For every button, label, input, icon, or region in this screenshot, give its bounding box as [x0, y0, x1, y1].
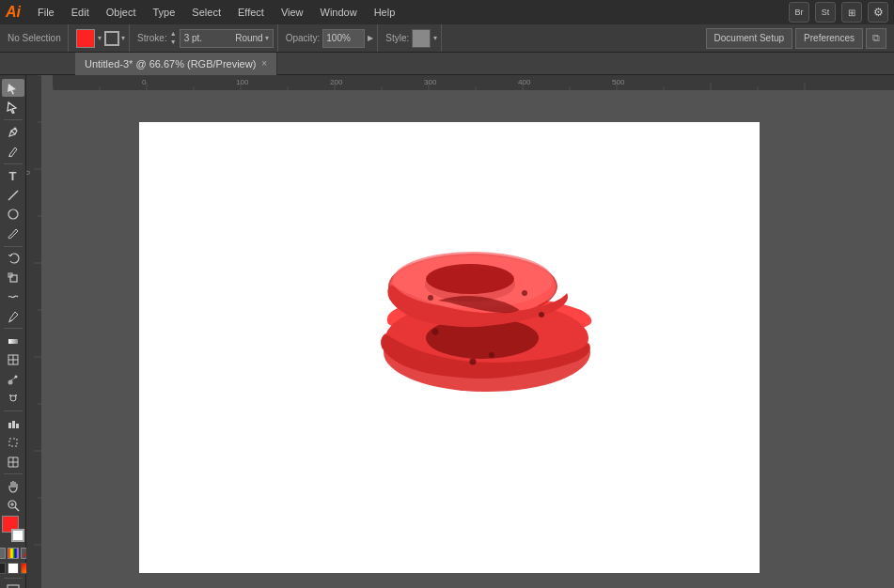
stock-icon[interactable]: St	[815, 2, 836, 23]
tool-divider-5	[4, 410, 23, 411]
style-preview[interactable]	[412, 29, 431, 48]
eyedropper-tool[interactable]	[2, 307, 24, 325]
tool-divider-3	[4, 246, 23, 247]
pencil-tool[interactable]	[2, 142, 24, 160]
menu-help[interactable]: Help	[367, 5, 403, 20]
pen-tool[interactable]	[2, 123, 24, 141]
canvas-area[interactable]: 0 100 200 300 400 500 0 100	[26, 75, 894, 588]
menu-edit[interactable]: Edit	[64, 5, 97, 20]
gradient-tool[interactable]	[2, 332, 24, 349]
stroke-width-dropdown[interactable]: 3 pt. Round ▾	[180, 29, 274, 48]
zoom-tool[interactable]	[2, 497, 24, 515]
svg-point-0	[13, 127, 16, 130]
warp-tool[interactable]	[2, 287, 24, 305]
change-screen-mode-button[interactable]	[5, 582, 22, 588]
svg-text:0: 0	[142, 78, 147, 86]
menu-view[interactable]: View	[274, 5, 311, 20]
selection-label: No Selection	[8, 33, 64, 43]
options-toolbar: No Selection ▾ ▾ Stroke: ▲ ▼ 3 pt. Round…	[0, 24, 894, 53]
svg-point-10	[8, 379, 12, 384]
fill-chevron[interactable]: ▾	[98, 34, 102, 42]
svg-point-78	[428, 295, 433, 301]
selection-section: No Selection	[4, 24, 69, 52]
stroke-color-area: ▾	[104, 31, 125, 46]
black-swatch[interactable]	[0, 563, 6, 574]
left-toolbar: T	[0, 75, 26, 588]
opacity-chevron[interactable]: ▶	[368, 34, 373, 42]
svg-line-1	[8, 191, 18, 200]
style-section: Style: ▾	[382, 24, 442, 52]
ellipse-tool[interactable]	[2, 206, 24, 224]
stroke-chevron[interactable]: ▾	[121, 34, 125, 42]
fill-color-swatch[interactable]	[76, 29, 95, 48]
line-tool[interactable]	[2, 186, 24, 204]
mesh-tool[interactable]	[2, 351, 24, 369]
blend-tool[interactable]	[2, 370, 24, 388]
svg-point-14	[9, 395, 11, 396]
stroke-label-section: Stroke: ▲ ▼ 3 pt. Round ▾	[133, 24, 278, 52]
svg-point-15	[15, 395, 17, 396]
workspace-icon[interactable]: ⊞	[841, 2, 862, 23]
svg-point-2	[8, 209, 18, 219]
search-icon[interactable]: ⚙	[868, 2, 888, 23]
svg-point-73	[432, 329, 439, 335]
menu-effect[interactable]: Effect	[230, 5, 272, 20]
none-color-button[interactable]	[0, 548, 6, 559]
stroke-color-swatch[interactable]	[104, 31, 119, 46]
tool-divider-6	[4, 473, 23, 474]
stroke-arrows[interactable]: ▲ ▼	[170, 30, 177, 46]
fill-stroke-stack	[0, 516, 26, 542]
artboard-tool[interactable]	[2, 433, 24, 451]
doc-setup-section: Document Setup Preferences ⧉	[702, 24, 890, 52]
tool-divider-2	[4, 163, 23, 164]
app-logo: Ai	[6, 4, 21, 21]
tab-close-button[interactable]: ×	[261, 58, 267, 69]
scale-tool[interactable]	[2, 269, 24, 286]
menu-type[interactable]: Type	[146, 5, 183, 20]
svg-rect-25	[53, 75, 894, 90]
tab-bar: Untitled-3* @ 66.67% (RGB/Preview) ×	[0, 53, 894, 75]
style-chevron[interactable]: ▾	[433, 34, 437, 42]
hand-tool[interactable]	[2, 477, 24, 495]
svg-point-74	[539, 312, 544, 317]
type-tool[interactable]: T	[2, 167, 24, 185]
menu-file[interactable]: File	[30, 5, 62, 20]
graph-tool[interactable]	[2, 414, 24, 432]
symbol-tool[interactable]	[2, 390, 24, 408]
opacity-section: Opacity: ▶	[282, 24, 379, 52]
white-swatch[interactable]	[8, 563, 19, 574]
stroke-dropdown-chevron[interactable]: ▾	[265, 34, 269, 42]
menu-object[interactable]: Object	[99, 5, 144, 20]
svg-line-21	[15, 507, 19, 511]
svg-point-76	[489, 352, 494, 358]
svg-text:100: 100	[236, 78, 249, 86]
tool-divider-4	[4, 328, 23, 329]
paintbrush-tool[interactable]	[2, 224, 24, 242]
svg-rect-19	[9, 439, 17, 446]
bridge-icon[interactable]: Br	[789, 2, 809, 23]
slice-tool[interactable]	[2, 453, 24, 471]
bottom-divider	[4, 578, 23, 579]
preferences-button[interactable]: Preferences	[795, 28, 863, 49]
svg-text:200: 200	[330, 78, 343, 86]
style-text-label: Style:	[385, 33, 409, 43]
artwork-group	[381, 252, 591, 392]
menu-select[interactable]: Select	[184, 5, 228, 20]
gradient-color-button[interactable]	[8, 548, 19, 559]
direct-select-tool[interactable]	[2, 98, 24, 116]
stroke-weight-value: 3 pt.	[184, 33, 234, 43]
rotate-tool[interactable]	[2, 249, 24, 267]
menu-window[interactable]: Window	[313, 5, 365, 20]
svg-rect-49	[26, 75, 41, 588]
document-tab[interactable]: Untitled-3* @ 66.67% (RGB/Preview) ×	[75, 53, 277, 75]
opacity-input[interactable]	[322, 29, 365, 48]
stroke-swatch[interactable]	[11, 529, 24, 542]
svg-point-13	[10, 395, 16, 401]
svg-rect-17	[12, 421, 15, 428]
svg-rect-16	[8, 423, 11, 428]
artwork	[327, 150, 628, 413]
opacity-text-label: Opacity:	[286, 33, 321, 43]
select-tool[interactable]	[2, 79, 24, 97]
document-setup-button[interactable]: Document Setup	[706, 28, 793, 49]
arrange-icon[interactable]: ⧉	[866, 28, 886, 49]
